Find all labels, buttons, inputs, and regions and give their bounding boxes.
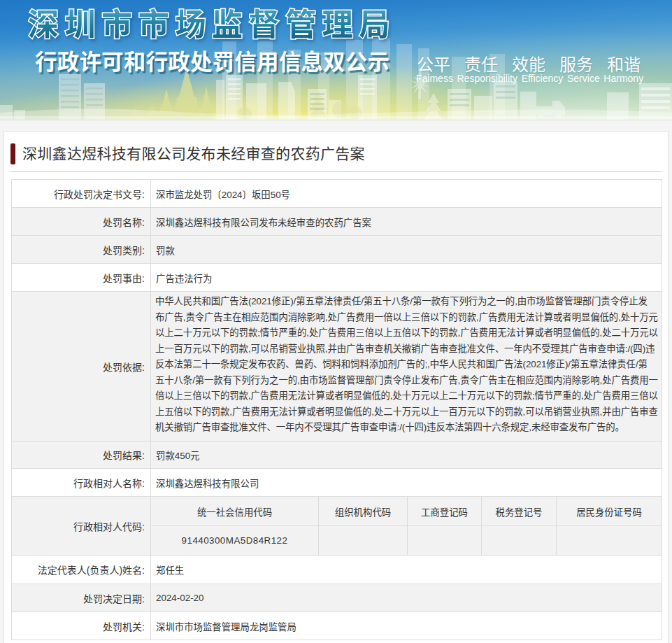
svg-text:深圳市市场监督管理局: 深圳市市场监督管理局 (28, 8, 396, 42)
